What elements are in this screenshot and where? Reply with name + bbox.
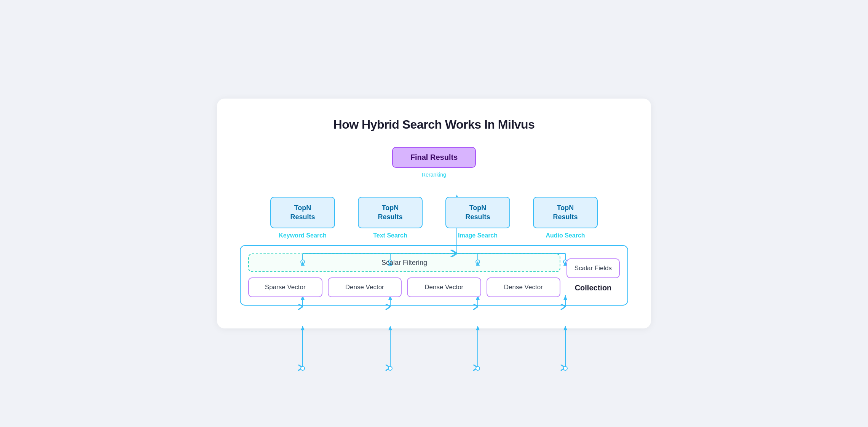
collection-label: Collection xyxy=(575,284,612,292)
audio-search-label: Audio Search xyxy=(533,232,598,239)
collection-right: Scalar Fields Collection xyxy=(566,258,620,292)
svg-point-21 xyxy=(563,366,567,370)
final-results-label: Final Results xyxy=(410,153,458,161)
page-title: How Hybrid Search Works In Milvus xyxy=(240,118,628,132)
svg-point-17 xyxy=(388,366,392,370)
sparse-vector-box: Sparse Vector xyxy=(248,277,322,297)
dense-vector-box-2: Dense Vector xyxy=(407,277,481,297)
topn-box-1: TopNResults xyxy=(270,197,335,228)
diagram-body: Final Results Reranking TopNResults TopN… xyxy=(240,147,628,306)
search-labels-row: Keyword Search Text Search Image Search … xyxy=(240,232,628,239)
text-search-label: Text Search xyxy=(358,232,423,239)
image-search-label: Image Search xyxy=(445,232,510,239)
scalar-fields-box: Scalar Fields xyxy=(566,258,620,278)
reranking-label: Reranking xyxy=(240,172,628,178)
collection-box: Scalar Filtering Sparse Vector Dense Vec… xyxy=(240,245,628,306)
svg-marker-32 xyxy=(301,326,305,330)
svg-marker-35 xyxy=(563,326,567,330)
vector-row: Sparse Vector Dense Vector Dense Vector … xyxy=(248,277,560,297)
svg-marker-33 xyxy=(388,326,392,330)
dense-vector-box-3: Dense Vector xyxy=(487,277,561,297)
svg-marker-34 xyxy=(476,326,480,330)
svg-point-19 xyxy=(476,366,480,370)
diagram-container: How Hybrid Search Works In Milvus xyxy=(217,99,651,328)
dense-vector-box-1: Dense Vector xyxy=(328,277,402,297)
collection-inner-left: Scalar Filtering Sparse Vector Dense Vec… xyxy=(248,253,560,297)
keyword-search-label: Keyword Search xyxy=(270,232,335,239)
topn-box-2: TopNResults xyxy=(358,197,423,228)
topn-box-3: TopNResults xyxy=(445,197,510,228)
final-results-box: Final Results xyxy=(392,147,476,168)
topn-row: TopNResults TopNResults TopNResults TopN… xyxy=(240,197,628,228)
scalar-filtering-box: Scalar Filtering xyxy=(248,253,560,272)
svg-point-15 xyxy=(301,366,305,370)
topn-box-4: TopNResults xyxy=(533,197,598,228)
